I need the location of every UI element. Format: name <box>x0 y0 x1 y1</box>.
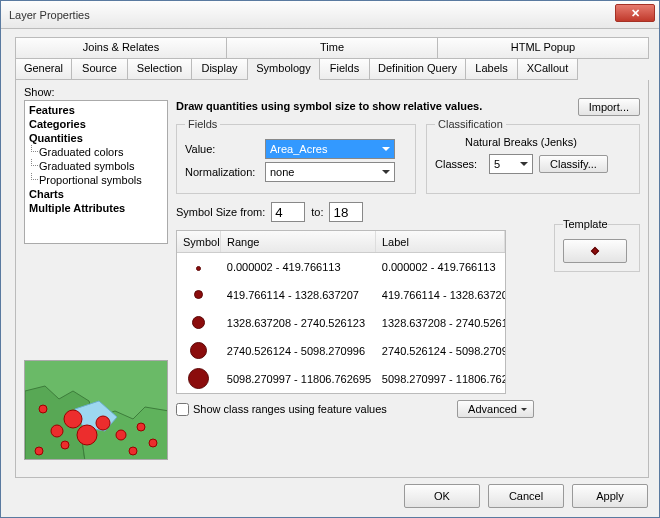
svg-point-11 <box>129 447 137 455</box>
show-ranges-label: Show class ranges using feature values <box>193 403 387 415</box>
tab-general[interactable]: General <box>16 58 72 80</box>
grid-row[interactable]: 5098.270997 - 11806.7626955098.270997 - … <box>177 365 505 393</box>
class-symbol-icon <box>192 316 205 329</box>
svg-point-7 <box>137 423 145 431</box>
column-symbol[interactable]: Symbol <box>177 231 221 252</box>
apply-button[interactable]: Apply <box>572 484 648 508</box>
tab-labels[interactable]: Labels <box>466 58 518 80</box>
advanced-button[interactable]: Advanced <box>457 400 534 418</box>
left-column: Features Categories Quantities Graduated… <box>24 100 168 460</box>
class-breaks-grid[interactable]: Symbol Range Label 0.000002 - 419.766113… <box>176 230 506 394</box>
right-column: Draw quantities using symbol size to sho… <box>176 100 640 460</box>
label-cell[interactable]: 5098.270997 - 11806.762695 <box>376 373 505 385</box>
range-cell[interactable]: 5098.270997 - 11806.762695 <box>221 373 376 385</box>
tab-source[interactable]: Source <box>72 58 128 80</box>
tab-xcallout[interactable]: XCallout <box>518 58 578 80</box>
template-groupbox: Template <box>554 218 640 272</box>
grid-row[interactable]: 1328.637208 - 2740.5261231328.637208 - 2… <box>177 309 505 337</box>
template-button[interactable] <box>563 239 627 263</box>
classes-combo[interactable]: 5 <box>489 154 533 174</box>
classification-method: Natural Breaks (Jenks) <box>435 136 631 148</box>
svg-point-5 <box>96 416 110 430</box>
tab-symbology[interactable]: Symbology <box>248 58 320 80</box>
renderer-description: Draw quantities using symbol size to sho… <box>176 100 640 112</box>
range-cell[interactable]: 0.000002 - 419.766113 <box>221 261 376 273</box>
grid-body: 0.000002 - 419.7661130.000002 - 419.7661… <box>177 253 505 393</box>
tree-graduated-colors[interactable]: Graduated colors <box>29 145 163 159</box>
column-label[interactable]: Label <box>376 231 505 252</box>
tab-definition-query[interactable]: Definition Query <box>370 58 466 80</box>
label-cell[interactable]: 0.000002 - 419.766113 <box>376 261 505 273</box>
symbol-cell <box>177 342 221 361</box>
tab-row-2: General Source Selection Display Symbolo… <box>15 58 649 80</box>
tree-features[interactable]: Features <box>29 103 163 117</box>
normalization-combo[interactable]: none <box>265 162 395 182</box>
symbol-cell <box>177 261 221 273</box>
preview-map-icon <box>25 361 168 460</box>
titlebar: Layer Properties ✕ <box>1 1 659 29</box>
svg-point-10 <box>35 447 43 455</box>
dialog-window: Layer Properties ✕ Joins & Relates Time … <box>0 0 660 518</box>
tab-selection[interactable]: Selection <box>128 58 192 80</box>
fields-legend: Fields <box>185 118 220 130</box>
close-icon: ✕ <box>631 7 640 19</box>
tab-joins-relates[interactable]: Joins & Relates <box>16 37 227 59</box>
tab-fields[interactable]: Fields <box>320 58 370 80</box>
tree-categories[interactable]: Categories <box>29 117 163 131</box>
svg-point-8 <box>149 439 157 447</box>
import-button[interactable]: Import... <box>578 98 640 116</box>
symbol-size-from-input[interactable] <box>271 202 305 222</box>
value-label: Value: <box>185 143 259 155</box>
tab-time[interactable]: Time <box>227 37 438 59</box>
tab-symbology-panel: Show: Features Categories Quantities Gra… <box>15 80 649 478</box>
tree-quantities[interactable]: Quantities <box>29 131 163 145</box>
label-cell[interactable]: 2740.526124 - 5098.270996 <box>376 345 505 357</box>
symbol-cell <box>177 316 221 331</box>
tab-display[interactable]: Display <box>192 58 248 80</box>
symbol-size-to-input[interactable] <box>329 202 363 222</box>
symbol-cell <box>177 289 221 301</box>
symbol-preview <box>24 360 168 460</box>
classes-label: Classes: <box>435 158 483 170</box>
range-cell[interactable]: 1328.637208 - 2740.526123 <box>221 317 376 329</box>
cancel-button[interactable]: Cancel <box>488 484 564 508</box>
label-cell[interactable]: 419.766114 - 1328.637207 <box>376 289 505 301</box>
classification-legend: Classification <box>435 118 506 130</box>
svg-point-4 <box>77 425 97 445</box>
class-symbol-icon <box>188 368 209 389</box>
svg-point-3 <box>64 410 82 428</box>
classify-button[interactable]: Classify... <box>539 155 608 173</box>
class-symbol-icon <box>190 342 207 359</box>
tree-charts[interactable]: Charts <box>29 187 163 201</box>
renderer-tree[interactable]: Features Categories Quantities Graduated… <box>24 100 168 244</box>
label-cell[interactable]: 1328.637208 - 2740.526123 <box>376 317 505 329</box>
tree-multiple-attributes[interactable]: Multiple Attributes <box>29 201 163 215</box>
classification-groupbox: Classification Natural Breaks (Jenks) Cl… <box>426 118 640 194</box>
chevron-down-icon <box>521 408 527 414</box>
normalization-label: Normalization: <box>185 166 259 178</box>
tab-html-popup[interactable]: HTML Popup <box>438 37 649 59</box>
fields-groupbox: Fields Value: Area_Acres Normalization: … <box>176 118 416 194</box>
grid-row[interactable]: 2740.526124 - 5098.2709962740.526124 - 5… <box>177 337 505 365</box>
grid-row[interactable]: 0.000002 - 419.7661130.000002 - 419.7661… <box>177 253 505 281</box>
svg-point-1 <box>39 405 47 413</box>
svg-point-6 <box>116 430 126 440</box>
grid-row[interactable]: 419.766114 - 1328.637207419.766114 - 132… <box>177 281 505 309</box>
value-combo[interactable]: Area_Acres <box>265 139 395 159</box>
ok-button[interactable]: OK <box>404 484 480 508</box>
symbol-cell <box>177 368 221 391</box>
column-range[interactable]: Range <box>221 231 376 252</box>
tree-graduated-symbols[interactable]: Graduated symbols <box>29 159 163 173</box>
tree-proportional-symbols[interactable]: Proportional symbols <box>29 173 163 187</box>
class-symbol-icon <box>194 290 203 299</box>
range-cell[interactable]: 2740.526124 - 5098.270996 <box>221 345 376 357</box>
show-ranges-checkbox[interactable] <box>176 403 189 416</box>
window-title: Layer Properties <box>9 9 90 21</box>
tab-row-1: Joins & Relates Time HTML Popup <box>15 37 649 59</box>
svg-point-2 <box>51 425 63 437</box>
class-symbol-icon <box>196 266 201 271</box>
range-cell[interactable]: 419.766114 - 1328.637207 <box>221 289 376 301</box>
symbol-size-to-label: to: <box>311 206 323 218</box>
svg-point-9 <box>61 441 69 449</box>
close-button[interactable]: ✕ <box>615 4 655 22</box>
